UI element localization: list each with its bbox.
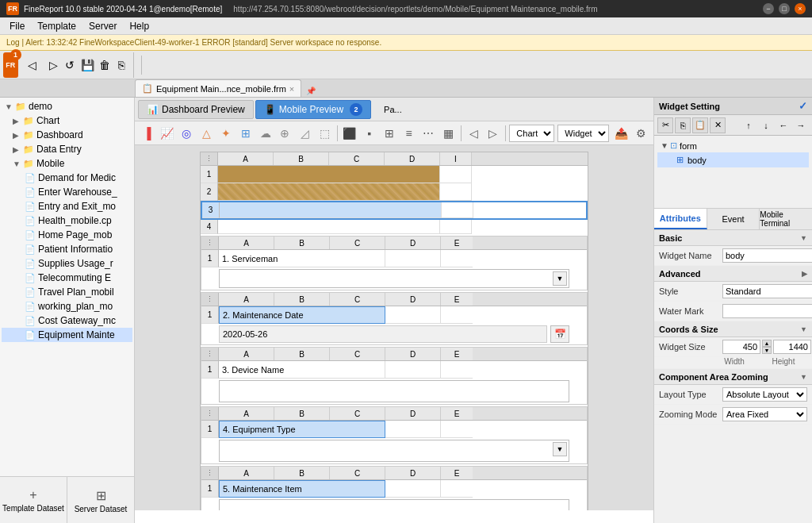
tab-event[interactable]: Event [707, 209, 760, 229]
rows-icon[interactable]: ⋯ [419, 124, 438, 143]
save-button[interactable]: 💾 [80, 54, 95, 76]
sidebar-item-demo[interactable]: ▼ 📁 demo [2, 99, 132, 113]
section-coords[interactable]: Coords & Size ▼ [654, 321, 812, 337]
page-tab-pa[interactable]: Pa... [381, 105, 405, 114]
line-chart-icon[interactable]: 📈 [158, 124, 176, 143]
sidebar-item-working[interactable]: 📄 working_plan_mo [2, 299, 132, 313]
sidebar-item-telecommuting[interactable]: 📄 Telecommuting E [2, 271, 132, 285]
sidebar-item-data-entry[interactable]: ▶ 📁 Data Entry [2, 142, 132, 156]
finereport-logo-btn[interactable]: FR 1 [3, 52, 18, 78]
width-up-btn[interactable]: ▲ [762, 340, 772, 347]
cell-icon[interactable]: ▦ [439, 124, 458, 143]
down-btn[interactable]: ↓ [758, 117, 774, 133]
minimize-button[interactable]: − [763, 3, 774, 14]
pie-chart-icon[interactable]: ◎ [178, 124, 196, 143]
tab-pin-button[interactable]: 📌 [304, 84, 317, 97]
tab-close-icon[interactable]: × [289, 84, 294, 94]
bar-chart-icon[interactable]: ▐ [138, 124, 156, 143]
sidebar-item-chart[interactable]: ▶ 📁 Chart [2, 113, 132, 128]
sidebar-item-travel[interactable]: 📄 Travel Plan_mobil [2, 285, 132, 299]
align-left-icon[interactable]: ◁ [465, 124, 483, 143]
maximize-button[interactable]: □ [779, 3, 790, 14]
widget-tree-form[interactable]: ▼ ⊡ form [657, 139, 809, 152]
cell-image-1[interactable] [218, 166, 440, 183]
device-name-input[interactable] [219, 380, 569, 402]
cols-icon[interactable]: ≡ [400, 124, 418, 143]
sidebar-item-supplies[interactable]: 📄 Supplies Usage_r [2, 256, 132, 271]
cell-maint-date[interactable]: 2. Maintenance Date [219, 306, 385, 324]
export-icon[interactable]: 📤 [612, 124, 630, 143]
spreadsheet-area[interactable]: ⋮ A B C D I 1 2 [135, 145, 653, 510]
grid-split-icon[interactable]: ⊞ [380, 124, 398, 143]
delete-ws-btn[interactable]: ✕ [710, 117, 726, 133]
paste-btn[interactable]: 📋 [692, 117, 708, 133]
maint-item-input[interactable] [219, 499, 569, 510]
widget-dropdown[interactable]: Widget [557, 125, 609, 142]
cell-maint-item[interactable]: 5. Maintenance Item [219, 480, 385, 498]
cell-device-name[interactable]: 3. Device Name [219, 361, 385, 379]
settings-icon[interactable]: ⚙ [632, 124, 650, 143]
plus-icon[interactable]: ⊕ [276, 124, 294, 143]
forward-button[interactable]: ▷ [47, 54, 60, 76]
menu-file[interactable]: File [3, 19, 31, 33]
v-split-icon[interactable]: ▪ [360, 124, 378, 143]
height-input[interactable] [773, 340, 811, 354]
left-btn[interactable]: ← [776, 117, 791, 133]
equip-type-input[interactable]: ▼ [219, 440, 569, 462]
active-tab[interactable]: 📋 Equipment Main...nce_mobile.frm × [135, 79, 301, 97]
cell-serviceman[interactable]: 1. Serviceman [219, 250, 385, 267]
scatter-chart-icon[interactable]: ✦ [216, 124, 235, 143]
cut-btn[interactable]: ✂ [657, 117, 673, 133]
section-zooming[interactable]: Component Area Zooming ▼ [654, 369, 812, 385]
equip-dropdown-btn[interactable]: ▼ [553, 442, 567, 456]
back-button[interactable]: ◁ [21, 54, 44, 76]
window-controls[interactable]: − □ × [763, 3, 806, 14]
style-input[interactable] [722, 284, 812, 298]
layout-type-select[interactable]: Absolute Layout [722, 387, 807, 402]
refresh-button[interactable]: ↺ [63, 54, 77, 76]
copy-button[interactable]: ⎘ [115, 54, 128, 76]
widget-tree-body[interactable]: ⊞ body [657, 152, 809, 167]
area-chart-icon[interactable]: △ [197, 124, 216, 143]
cell-image-2[interactable] [218, 183, 440, 201]
sidebar-item-dashboard[interactable]: ▶ 📁 Dashboard [2, 128, 132, 142]
serviceman-input[interactable]: ▼ [219, 269, 569, 288]
copy-btn[interactable]: ⎘ [675, 117, 691, 133]
tab-attributes[interactable]: Attributes [654, 209, 707, 229]
tab-mobile-terminal[interactable]: Mobile Terminal [760, 209, 812, 229]
cell-selected-3[interactable] [220, 202, 442, 218]
watermark-input[interactable] [722, 304, 812, 318]
dropdown-btn[interactable]: ▼ [553, 271, 567, 286]
close-button[interactable]: × [795, 3, 806, 14]
menu-help[interactable]: Help [123, 19, 155, 33]
sidebar-item-mobile[interactable]: ▼ 📁 Mobile [2, 156, 132, 171]
width-input[interactable] [722, 340, 760, 354]
widget-name-input[interactable] [722, 248, 812, 263]
template-dataset-button[interactable]: + Template Dataset [0, 477, 67, 523]
chart-type-dropdown[interactable]: Chart [509, 125, 554, 142]
width-down-btn[interactable]: ▼ [762, 347, 772, 354]
sidebar-item-health[interactable]: 📄 Health_mobile.cp [2, 213, 132, 228]
frame-icon[interactable]: ⬚ [316, 124, 334, 143]
triangle-icon[interactable]: ◿ [296, 124, 314, 143]
section-basic[interactable]: Basic ▼ [654, 230, 812, 246]
right-btn[interactable]: → [793, 117, 809, 133]
sidebar-item-equipment[interactable]: 📄 Equipment Mainte [2, 328, 132, 342]
table-chart-icon[interactable]: ⊞ [236, 124, 255, 143]
sidebar-item-demand[interactable]: 📄 Demand for Medic [2, 171, 132, 185]
server-dataset-button[interactable]: ⊞ Server Dataset [67, 477, 134, 523]
sidebar-item-home-page[interactable]: 📄 Home Page_mob [2, 228, 132, 242]
sidebar-item-patient[interactable]: 📄 Patient Informatio [2, 242, 132, 256]
cloud-icon[interactable]: ☁ [256, 124, 274, 143]
cell-equip-type[interactable]: 4. Equipment Type [219, 421, 385, 438]
sidebar-item-cost[interactable]: 📄 Cost Gateway_mc [2, 313, 132, 328]
sidebar-item-enter-warehouse[interactable]: 📄 Enter Warehouse_ [2, 185, 132, 199]
section-advanced[interactable]: Advanced ▶ [654, 266, 812, 282]
date-value-display[interactable]: 2020-05-26 [219, 325, 547, 343]
delete-button[interactable]: 🗑 [98, 54, 112, 76]
sidebar-item-entry-exit[interactable]: 📄 Entry and Exit_mo [2, 199, 132, 213]
up-btn[interactable]: ↑ [741, 117, 756, 133]
align-right-icon[interactable]: ▷ [485, 124, 503, 143]
dashboard-preview-tab[interactable]: 📊 Dashboard Preview [138, 100, 254, 119]
mobile-preview-tab[interactable]: 📱 Mobile Preview 2 [255, 100, 371, 119]
